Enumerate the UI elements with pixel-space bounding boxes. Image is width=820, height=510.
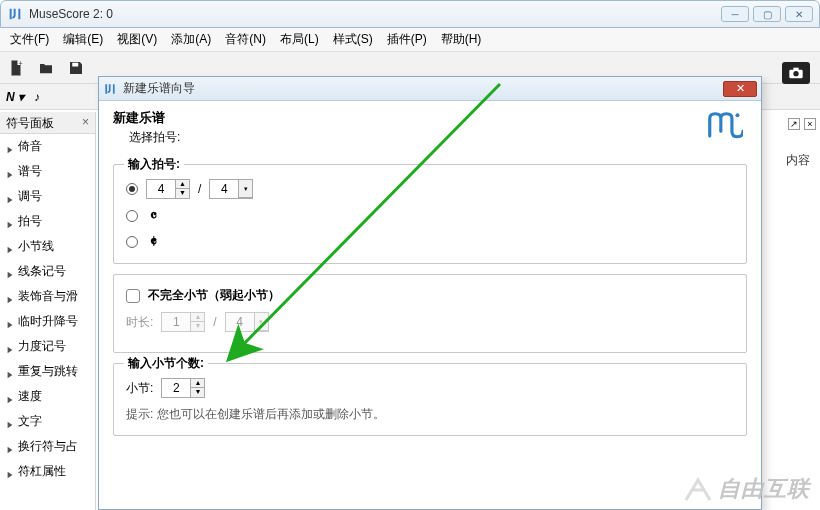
menu-style[interactable]: 样式(S)	[327, 29, 379, 50]
palette-item-label: 线条记号	[18, 263, 66, 280]
note-input-icon[interactable]: N ▾	[6, 90, 24, 104]
palette-item[interactable]: 力度记号	[0, 334, 95, 359]
timesig-fraction-radio[interactable]	[126, 183, 138, 195]
dialog-head-subtitle: 选择拍号:	[113, 129, 747, 146]
svg-point-3	[793, 71, 798, 76]
main-titlebar: MuseScore 2: 0 ─ ▢ ✕	[0, 0, 820, 28]
common-time-icon: 𝄴	[150, 207, 157, 225]
inspector-close-icon[interactable]: ×	[804, 118, 816, 130]
measures-row: 小节: ▲▼	[126, 378, 734, 398]
close-button[interactable]: ✕	[785, 6, 813, 22]
menu-view[interactable]: 视图(V)	[111, 29, 163, 50]
palette-item[interactable]: 换行符与占	[0, 434, 95, 459]
palette-item[interactable]: 拍号	[0, 209, 95, 234]
palette-item-label: 换行符与占	[18, 438, 78, 455]
palette-item[interactable]: 谱号	[0, 159, 95, 184]
palette-item[interactable]: 线条记号	[0, 259, 95, 284]
pickup-checkbox[interactable]	[126, 289, 140, 303]
palette-item-label: 倚音	[18, 138, 42, 155]
dialog-close-button[interactable]: ✕	[723, 81, 757, 97]
chevron-right-icon	[6, 468, 14, 476]
timesig-fraction-row: ▲▼ / ▾	[126, 179, 734, 199]
palette-item-label: 调号	[18, 188, 42, 205]
pickup-duration-label: 时长:	[126, 314, 153, 331]
palette-item-label: 文字	[18, 413, 42, 430]
menu-help[interactable]: 帮助(H)	[435, 29, 488, 50]
timesig-numerator-input[interactable]	[147, 180, 175, 198]
palette-item-label: 重复与跳转	[18, 363, 78, 380]
palette-item-label: 小节线	[18, 238, 54, 255]
palette-panel: 符号面板 × 倚音谱号调号拍号小节线线条记号装饰音与滑临时升降号力度记号重复与跳…	[0, 112, 96, 510]
timesig-cut-radio[interactable]	[126, 236, 138, 248]
new-score-wizard-dialog: 新建乐谱向导 ✕ 新建乐谱 选择拍号: 输入拍号: ▲▼	[98, 76, 762, 510]
hint-text: 您也可以在创建乐谱后再添加或删除小节。	[157, 407, 385, 421]
chevron-right-icon	[6, 168, 14, 176]
timesig-group-title: 输入拍号:	[124, 156, 184, 173]
measures-input[interactable]	[162, 379, 190, 397]
inspector-undock-icon[interactable]: ↗	[788, 118, 800, 130]
dialog-header: 新建乐谱 选择拍号:	[99, 101, 761, 152]
spinner-down-icon[interactable]: ▼	[191, 388, 204, 397]
palette-item[interactable]: 符杠属性	[0, 459, 95, 484]
eighth-note-icon[interactable]: ♪	[34, 90, 40, 104]
screenshot-icon[interactable]	[782, 62, 810, 84]
open-folder-icon[interactable]	[36, 58, 56, 78]
window-buttons: ─ ▢ ✕	[721, 6, 813, 22]
save-icon[interactable]	[66, 58, 86, 78]
menu-plugin[interactable]: 插件(P)	[381, 29, 433, 50]
select-down-icon[interactable]: ▾	[239, 180, 252, 198]
chevron-right-icon	[6, 318, 14, 326]
measures-spinner[interactable]: ▲▼	[161, 378, 205, 398]
palette-close-icon[interactable]: ×	[82, 115, 89, 129]
chevron-right-icon	[6, 268, 14, 276]
chevron-right-icon	[6, 143, 14, 151]
spinner-up-icon[interactable]: ▲	[191, 379, 204, 388]
timesig-common-radio[interactable]	[126, 210, 138, 222]
chevron-right-icon	[6, 193, 14, 201]
timesig-cut-row: 𝄵	[126, 233, 734, 251]
menu-bar: 文件(F) 编辑(E) 视图(V) 添加(A) 音符(N) 布局(L) 样式(S…	[0, 28, 820, 52]
palette-tree: 倚音谱号调号拍号小节线线条记号装饰音与滑临时升降号力度记号重复与跳转速度文字换行…	[0, 134, 95, 484]
app-icon	[7, 6, 23, 22]
chevron-right-icon	[6, 243, 14, 251]
measures-label: 小节:	[126, 380, 153, 397]
timesig-denominator-input[interactable]	[210, 180, 238, 198]
palette-item[interactable]: 文字	[0, 409, 95, 434]
dialog-app-icon	[103, 82, 117, 96]
timesig-denominator-select[interactable]: ▾	[209, 179, 253, 199]
svg-rect-4	[793, 68, 798, 71]
maximize-button[interactable]: ▢	[753, 6, 781, 22]
pickup-denominator-input	[226, 313, 254, 331]
dialog-title: 新建乐谱向导	[123, 80, 723, 97]
palette-item-label: 力度记号	[18, 338, 66, 355]
dialog-body: 输入拍号: ▲▼ / ▾ 𝄴	[99, 152, 761, 452]
palette-item[interactable]: 调号	[0, 184, 95, 209]
minimize-button[interactable]: ─	[721, 6, 749, 22]
dialog-titlebar: 新建乐谱向导 ✕	[99, 77, 761, 101]
pickup-checkbox-row: 不完全小节（弱起小节）	[126, 287, 734, 304]
new-file-icon[interactable]: +	[6, 58, 26, 78]
hint-prefix: 提示:	[126, 407, 157, 421]
menu-file[interactable]: 文件(F)	[4, 29, 55, 50]
palette-item[interactable]: 小节线	[0, 234, 95, 259]
pickup-groupbox: 不完全小节（弱起小节） 时长: ▲▼ / ▾	[113, 274, 747, 353]
palette-item-label: 符杠属性	[18, 463, 66, 480]
palette-panel-title: 符号面板 ×	[0, 112, 95, 134]
menu-layout[interactable]: 布局(L)	[274, 29, 325, 50]
spinner-down-icon[interactable]: ▼	[176, 189, 189, 198]
timesig-numerator-spinner[interactable]: ▲▼	[146, 179, 190, 199]
chevron-right-icon	[6, 218, 14, 226]
palette-item[interactable]: 临时升降号	[0, 309, 95, 334]
timesig-slash: /	[198, 182, 201, 196]
measures-hint: 提示: 您也可以在创建乐谱后再添加或删除小节。	[126, 406, 734, 423]
timesig-common-row: 𝄴	[126, 207, 734, 225]
menu-note[interactable]: 音符(N)	[219, 29, 272, 50]
menu-edit[interactable]: 编辑(E)	[57, 29, 109, 50]
menu-add[interactable]: 添加(A)	[165, 29, 217, 50]
spinner-up-icon[interactable]: ▲	[176, 180, 189, 189]
palette-item[interactable]: 倚音	[0, 134, 95, 159]
main-window: MuseScore 2: 0 ─ ▢ ✕ 文件(F) 编辑(E) 视图(V) 添…	[0, 0, 820, 510]
palette-item[interactable]: 重复与跳转	[0, 359, 95, 384]
palette-item[interactable]: 装饰音与滑	[0, 284, 95, 309]
palette-item[interactable]: 速度	[0, 384, 95, 409]
